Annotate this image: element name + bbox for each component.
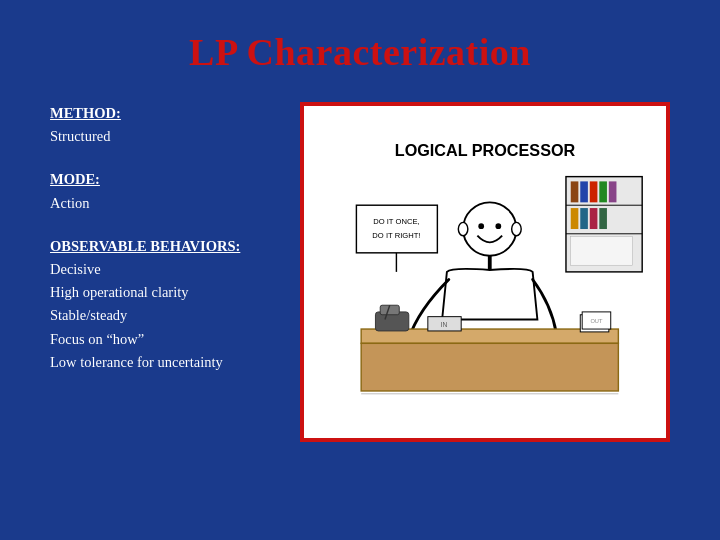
svg-rect-9 — [571, 182, 579, 203]
svg-point-21 — [495, 223, 501, 229]
svg-point-23 — [512, 222, 522, 235]
svg-rect-18 — [571, 237, 633, 266]
svg-rect-17 — [599, 208, 607, 229]
slide-title: LP Characterization — [50, 30, 670, 74]
content-area: METHOD: Structured MODE: Action OBSERVAB… — [50, 102, 670, 442]
svg-point-19 — [463, 202, 516, 255]
svg-point-22 — [458, 222, 468, 235]
svg-point-20 — [478, 223, 484, 229]
lp-image: LOGICAL PROCESSOR DO IT ONCE, DO IT RIGH… — [300, 102, 670, 442]
svg-rect-2 — [356, 205, 437, 253]
svg-rect-13 — [609, 182, 617, 203]
behavior-4: Focus on “how” — [50, 328, 280, 351]
svg-rect-16 — [590, 208, 598, 229]
left-panel: METHOD: Structured MODE: Action OBSERVAB… — [50, 102, 280, 374]
behavior-5: Low tolerance for uncertainty — [50, 351, 280, 374]
mode-label: MODE: — [50, 168, 280, 191]
slide: LP Characterization METHOD: Structured M… — [0, 0, 720, 540]
svg-rect-14 — [571, 208, 579, 229]
svg-text:DO IT RIGHT!: DO IT RIGHT! — [372, 231, 420, 240]
logical-processor-illustration: LOGICAL PROCESSOR DO IT ONCE, DO IT RIGH… — [304, 129, 666, 415]
svg-rect-10 — [580, 182, 588, 203]
observable-label: OBSERVABLE BEHAVIORS: — [50, 235, 280, 258]
behavior-1: Decisive — [50, 258, 280, 281]
method-label: METHOD: — [50, 102, 280, 125]
mode-value: Action — [50, 192, 280, 215]
svg-text:LOGICAL PROCESSOR: LOGICAL PROCESSOR — [395, 141, 576, 159]
svg-text:OUT: OUT — [590, 318, 603, 324]
svg-text:DO IT ONCE,: DO IT ONCE, — [373, 217, 419, 226]
method-value: Structured — [50, 125, 280, 148]
svg-rect-15 — [580, 208, 588, 229]
svg-rect-12 — [599, 182, 607, 203]
svg-rect-28 — [361, 343, 618, 391]
behavior-2: High operational clarity — [50, 281, 280, 304]
behavior-3: Stable/steady — [50, 304, 280, 327]
svg-text:IN: IN — [441, 321, 448, 328]
svg-rect-11 — [590, 182, 598, 203]
